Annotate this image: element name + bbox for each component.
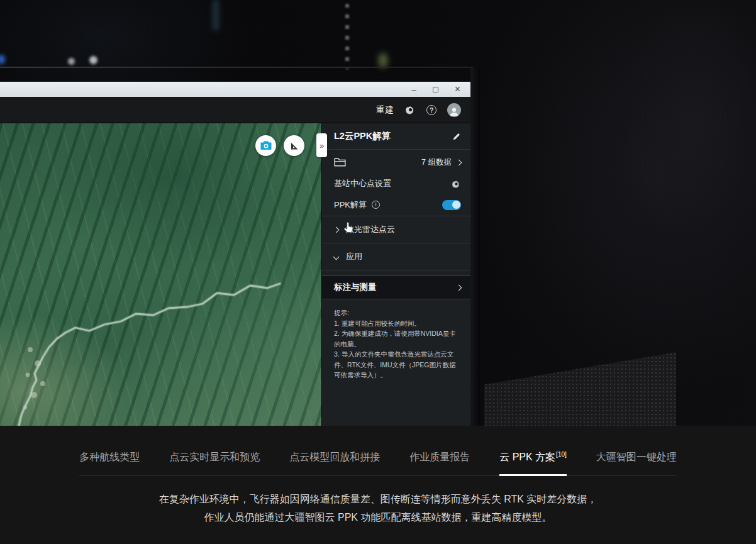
side-panel: L2云PPK解算 7 组数据: [321, 123, 470, 426]
feature-tabs: 多种航线类型 点云实时显示和预览 点云模型回放和拼接 作业质量报告 云 PPK …: [79, 451, 677, 475]
bokeh-light-blue: [0, 55, 5, 64]
person-icon: [448, 106, 460, 117]
map-viewport[interactable]: »: [0, 123, 321, 426]
page: – × 重建 ?: [0, 0, 756, 544]
panel-collapse-handle[interactable]: »: [316, 133, 327, 157]
chevron-right-icon: [456, 284, 462, 291]
video-hero: – × 重建 ?: [0, 0, 756, 426]
tips-title: 提示:: [334, 308, 460, 318]
rebuild-button[interactable]: 重建: [376, 104, 394, 116]
panel-header: L2云PPK解算: [322, 123, 470, 150]
window-titlebar: – ×: [0, 82, 470, 97]
ppk-row: PPK解算 i: [322, 194, 470, 216]
tab-cloud-ppk[interactable]: 云 PPK 方案[10]: [499, 451, 567, 476]
ppk-label: PPK解算: [334, 199, 367, 211]
double-chevron-icon: »: [320, 141, 324, 150]
base-station-row[interactable]: 基站中心点设置: [322, 174, 470, 194]
annotate-label: 标注与测量: [334, 282, 377, 293]
base-station-label: 基站中心点设置: [334, 178, 391, 189]
tab-cloud-ppk-label: 云 PPK 方案: [499, 452, 555, 462]
window-close-button[interactable]: ×: [455, 84, 460, 94]
chevron-down-icon: [333, 253, 340, 260]
settings-gear-icon[interactable]: [405, 104, 416, 115]
chevron-right-icon: [333, 226, 340, 233]
tab-route-types[interactable]: 多种航线类型: [79, 451, 140, 476]
dataset-row[interactable]: 7 组数据: [322, 151, 470, 174]
window-minimize-button[interactable]: –: [411, 86, 416, 94]
bokeh-light: [89, 56, 97, 64]
window-light-streak: [213, 0, 219, 30]
bokeh-light-green: [378, 53, 388, 68]
triangle-ruler-icon: [289, 141, 299, 151]
panel-title: L2云PPK解算: [334, 130, 391, 142]
bokeh-light-string: [345, 4, 349, 69]
app-content: » L2云PPK解算: [0, 123, 470, 426]
map-river: [0, 123, 321, 426]
info-icon[interactable]: i: [372, 201, 380, 209]
tab-pointcloud-live-preview[interactable]: 点云实时显示和预览: [169, 451, 260, 476]
chevron-right-icon: [456, 159, 462, 165]
feature-description: 在复杂作业环境中，飞行器如因网络通信质量差、图传断连等情形而意外丢失 RTK 实…: [0, 490, 756, 526]
tip-line: 2. 为确保重建成功，请使用带NVIDIA显卡的电脑。: [334, 328, 460, 349]
hand-cursor-icon: [342, 221, 356, 235]
app-toolbar: 重建 ?: [0, 97, 470, 123]
toggle-knob: [452, 201, 460, 209]
edit-pencil-icon[interactable]: [452, 132, 461, 141]
tip-line: 3. 导入的文件夹中需包含激光雷达点云文件、RTK文件、IMU文件（JPEG图片…: [334, 349, 460, 380]
screenshot-camera-button[interactable]: [255, 135, 276, 156]
bokeh-light: [68, 58, 75, 65]
monitor-screen: – × 重建 ?: [0, 82, 470, 426]
maximize-icon: [433, 87, 438, 92]
tip-line: 1. 重建可能占用较长的时间。: [334, 318, 460, 329]
camera-icon: [260, 141, 272, 150]
speaker-grille: [484, 352, 676, 426]
tab-terra-one-click[interactable]: 大疆智图一键处理: [596, 451, 677, 476]
tab-quality-report[interactable]: 作业质量报告: [409, 451, 470, 476]
background-silhouette: [585, 0, 756, 314]
gear-icon[interactable]: [452, 179, 461, 189]
measure-ruler-button[interactable]: [284, 135, 304, 156]
tab-pointcloud-replay-merge[interactable]: 点云模型回放和拼接: [289, 451, 380, 476]
monitor-right-bezel: [470, 68, 480, 426]
monitor-top-edge: [0, 67, 473, 68]
ppk-toggle-on[interactable]: [442, 200, 461, 210]
description-line: 作业人员仍能通过大疆智图云 PPK 功能匹配离线基站数据，重建高精度模型。: [204, 512, 552, 523]
feature-nav-section: 多种航线类型 点云实时显示和预览 点云模型回放和拼接 作业质量报告 云 PPK …: [0, 426, 756, 544]
apply-section-row[interactable]: 应用: [322, 243, 470, 270]
user-avatar[interactable]: [447, 103, 461, 117]
help-icon[interactable]: ?: [426, 105, 436, 115]
lidar-section-row[interactable]: 激光雷达点云: [322, 216, 470, 243]
description-line: 在复杂作业环境中，飞行器如因网络通信质量差、图传断连等情形而意外丢失 RTK 实…: [159, 494, 598, 504]
map-toolbar: [255, 135, 304, 156]
tab-cloud-ppk-footnote: [10]: [556, 451, 567, 458]
folder-icon: [334, 157, 346, 167]
window-maximize-button[interactable]: [433, 87, 438, 92]
annotate-measure-row[interactable]: 标注与测量: [322, 275, 470, 299]
tips-block: 提示: 1. 重建可能占用较长的时间。 2. 为确保重建成功，请使用带NVIDI…: [322, 299, 470, 380]
apply-label: 应用: [346, 251, 362, 262]
dataset-count-label: 7 组数据: [421, 157, 452, 168]
